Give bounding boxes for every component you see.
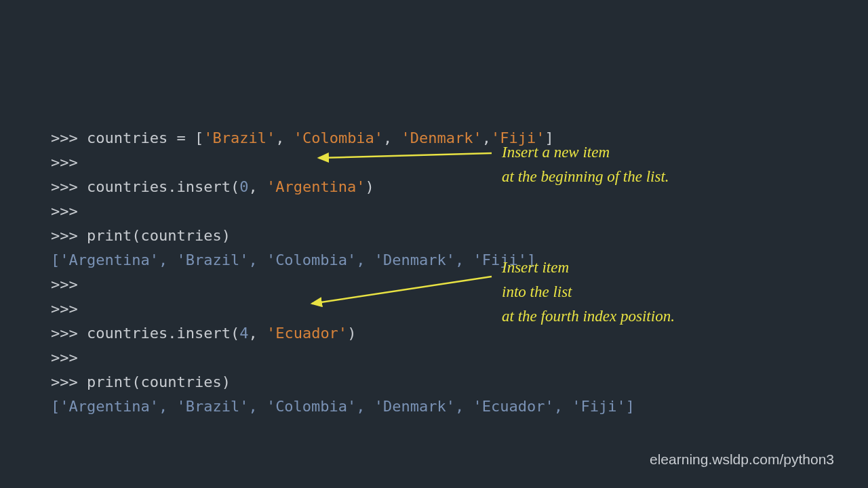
footer-credit: elearning.wsldp.com/python3 [650,451,834,468]
slide: >>> countries = ['Brazil', 'Colombia', '… [0,0,868,488]
code-line-8: >>> [51,300,78,317]
code-line-3: >>> countries.insert(0, 'Argentina') [51,178,374,195]
annotation-2-line-3: at the fourth index position. [502,304,675,329]
code-line-1: >>> countries = ['Brazil', 'Colombia', '… [51,129,554,146]
code-line-2: >>> [51,154,78,171]
code-line-7: >>> [51,276,78,293]
annotation-2-line-1: Insert item [502,256,675,280]
annotation-2-line-2: into the list [502,280,675,304]
code-line-9: >>> countries.insert(4, 'Ecuador') [51,325,356,342]
code-line-10: >>> [51,349,78,366]
code-line-5: >>> print(countries) [51,227,231,244]
code-line-4: >>> [51,203,78,220]
annotation-1-line-1: Insert a new item [502,140,669,165]
annotation-1-line-2: at the beginning of the list. [502,165,669,189]
code-line-11: >>> print(countries) [51,373,231,390]
annotation-1: Insert a new item at the beginning of th… [502,140,669,189]
annotation-2: Insert item into the list at the fourth … [502,256,675,329]
code-output-1: ['Argentina', 'Brazil', 'Colombia', 'Den… [51,251,536,268]
code-output-2: ['Argentina', 'Brazil', 'Colombia', 'Den… [51,398,635,415]
